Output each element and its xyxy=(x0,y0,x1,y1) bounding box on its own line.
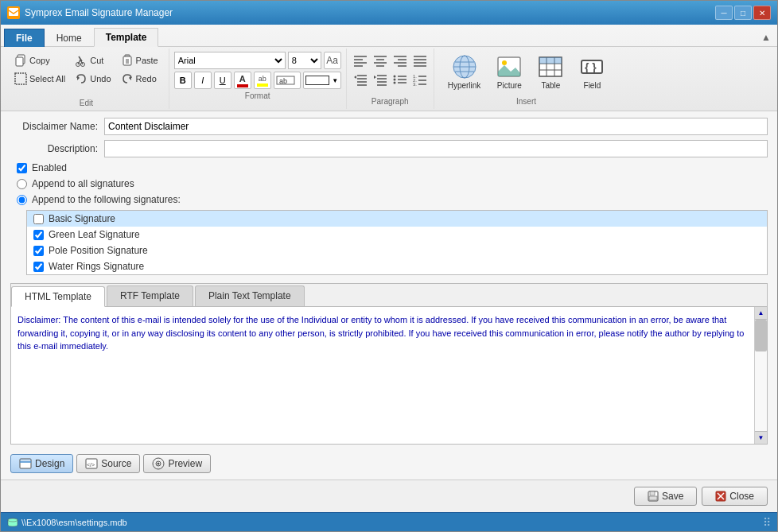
table-button[interactable]: Table xyxy=(534,52,567,92)
sig-checkbox[interactable] xyxy=(33,214,44,224)
indent-button[interactable] xyxy=(371,71,389,88)
list-item[interactable]: Water Rings Signature xyxy=(27,258,767,274)
align-right-button[interactable] xyxy=(391,52,409,69)
cut-icon xyxy=(75,54,88,67)
footer: Save Close xyxy=(1,480,777,512)
append-all-radio[interactable] xyxy=(17,179,27,189)
list-item[interactable]: Basic Signature xyxy=(27,211,767,227)
picture-label: Picture xyxy=(497,81,522,90)
numbered-list-button[interactable]: 1. 2. 3. xyxy=(411,71,429,88)
design-label: Design xyxy=(35,458,64,469)
paste-button[interactable]: Paste xyxy=(117,52,162,69)
tab-home[interactable]: Home xyxy=(45,29,94,47)
disclaimer-name-input[interactable] xyxy=(104,118,768,135)
paragraph-group: 1. 2. 3. Paragraph xyxy=(347,49,434,109)
sig-checkbox[interactable] xyxy=(33,262,44,272)
svg-point-80 xyxy=(158,463,160,465)
table-label: Table xyxy=(541,81,560,90)
title-bar: Symprex Email Signature Manager ─ □ ✕ xyxy=(1,1,777,25)
enabled-label: Enabled xyxy=(32,162,67,173)
tab-rtf-template[interactable]: RTF Template xyxy=(107,285,193,306)
description-input[interactable] xyxy=(104,140,768,157)
sig-checkbox[interactable] xyxy=(33,230,44,240)
align-center-button[interactable] xyxy=(371,52,389,69)
save-icon xyxy=(648,491,659,502)
picture-icon xyxy=(496,54,522,80)
redo-button[interactable]: Redo xyxy=(117,70,162,87)
svg-rect-69 xyxy=(547,57,554,64)
enabled-checkbox[interactable] xyxy=(17,163,27,173)
justify-button[interactable] xyxy=(411,52,429,69)
minimize-button[interactable]: ─ xyxy=(715,6,733,20)
maximize-button[interactable]: □ xyxy=(734,6,752,20)
disclaimer-name-label: Disclaimer Name: xyxy=(10,121,98,132)
template-tabs: HTML Template RTF Template Plain Text Te… xyxy=(11,284,767,307)
tab-plain-text-template[interactable]: Plain Text Template xyxy=(195,285,305,306)
undo-icon xyxy=(75,72,88,85)
tab-file[interactable]: File xyxy=(4,29,45,47)
template-content-area[interactable]: Disclaimer: The content of this e-mail i… xyxy=(11,307,767,444)
outdent-button[interactable] xyxy=(352,71,369,88)
sig-label: Green Leaf Signature xyxy=(49,229,140,240)
cut-button[interactable]: Cut xyxy=(71,52,115,69)
close-button-footer[interactable]: Close xyxy=(702,487,768,506)
tab-template[interactable]: Template xyxy=(94,28,159,47)
list-item[interactable]: Pole Position Signature xyxy=(27,243,767,258)
template-text: Disclaimer: The content of this e-mail i… xyxy=(18,313,760,353)
scroll-up-button[interactable]: ▲ xyxy=(755,307,767,320)
insert-buttons: Hyperlink Picture xyxy=(444,52,609,92)
border-button[interactable]: ▼ xyxy=(303,72,341,89)
size-select[interactable]: 8 10 12 14 xyxy=(288,52,321,69)
ribbon: File Home Template ▲ xyxy=(1,25,777,111)
svg-point-45 xyxy=(393,79,395,81)
insert-group: Hyperlink Picture xyxy=(434,49,619,109)
italic-button[interactable]: I xyxy=(194,72,212,89)
copy-button[interactable]: Copy xyxy=(10,52,69,69)
window-title: Symprex Email Signature Manager xyxy=(25,7,173,18)
undo-button[interactable]: Undo xyxy=(71,70,115,87)
resize-grip[interactable]: ⠿ xyxy=(763,516,771,529)
scrollbar[interactable]: ▲ ▼ xyxy=(754,307,767,444)
svg-rect-70 xyxy=(554,57,562,64)
underline-button[interactable]: U xyxy=(214,72,231,89)
paste-label: Paste xyxy=(136,56,158,65)
select-all-button[interactable]: Select All xyxy=(10,70,69,87)
editor-bottom-bar: Design </> Source Preview xyxy=(10,449,768,473)
append-all-label: Append to all signatures xyxy=(32,178,134,189)
bullets-button[interactable] xyxy=(391,71,409,88)
sig-checkbox[interactable] xyxy=(33,246,44,256)
font-color-button[interactable]: A xyxy=(234,72,251,89)
save-label: Save xyxy=(662,491,683,502)
scroll-thumb[interactable] xyxy=(755,320,767,351)
select-all-label: Select All xyxy=(29,74,65,83)
append-following-row: Append to the following signatures: xyxy=(10,194,768,205)
picture-button[interactable]: Picture xyxy=(492,52,526,92)
hyperlink-button[interactable]: Hyperlink xyxy=(444,52,485,92)
align-left-button[interactable] xyxy=(352,52,369,69)
ribbon-collapse-button[interactable]: ▲ xyxy=(758,29,774,46)
svg-marker-9 xyxy=(77,76,80,80)
font-special-button[interactable]: Aа xyxy=(324,52,341,69)
append-all-row: Append to all signatures xyxy=(10,178,768,189)
svg-text:{ }: { } xyxy=(585,61,597,74)
append-following-radio[interactable] xyxy=(17,195,27,205)
font-select[interactable]: Arial Times New Roman Verdana xyxy=(174,52,286,69)
svg-marker-36 xyxy=(354,76,356,79)
paste-icon xyxy=(121,54,134,67)
preview-button[interactable]: Preview xyxy=(143,454,211,473)
svg-rect-3 xyxy=(15,73,26,84)
bold-button[interactable]: B xyxy=(174,72,192,89)
save-button[interactable]: Save xyxy=(634,487,697,506)
svg-text:</>: </> xyxy=(87,462,95,468)
design-button[interactable]: Design xyxy=(10,454,73,473)
undo-label: Undo xyxy=(90,74,111,83)
hyperlink-label: Hyperlink xyxy=(448,81,481,90)
tab-html-template[interactable]: HTML Template xyxy=(11,286,105,307)
scroll-down-button[interactable]: ▼ xyxy=(755,431,767,444)
source-button[interactable]: </> Source xyxy=(76,454,140,473)
highlight-color-button[interactable]: ab xyxy=(254,72,271,89)
field-button[interactable]: { } Field xyxy=(575,52,609,92)
list-item[interactable]: Green Leaf Signature xyxy=(27,227,767,243)
close-button[interactable]: ✕ xyxy=(753,6,771,20)
style-button[interactable]: ab xyxy=(274,72,301,89)
